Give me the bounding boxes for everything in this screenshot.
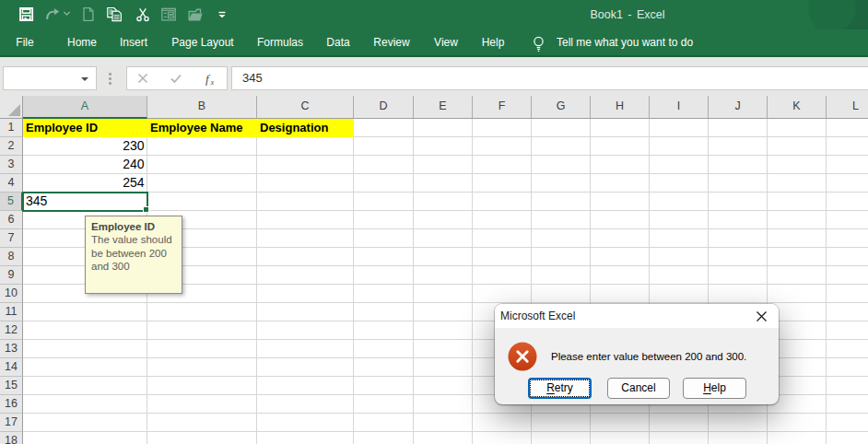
cell-A18[interactable]	[23, 432, 147, 444]
column-header-I[interactable]: I	[650, 96, 709, 119]
tab-page-layout[interactable]: Page Layout	[171, 29, 233, 55]
cell-D4[interactable]	[354, 174, 414, 193]
cell-G6[interactable]	[532, 211, 591, 229]
cell-A12[interactable]	[23, 321, 147, 340]
tab-help[interactable]: Help	[482, 29, 505, 55]
cell-D12[interactable]	[354, 321, 414, 340]
cell-G8[interactable]	[532, 248, 591, 266]
cell-I5[interactable]	[650, 193, 709, 211]
row-header-16[interactable]: 16	[0, 395, 23, 414]
cell-J2[interactable]	[709, 137, 768, 156]
cell-L13[interactable]	[827, 340, 868, 358]
cell-D8[interactable]	[354, 248, 414, 266]
cell-K7[interactable]	[768, 229, 827, 248]
column-header-D[interactable]: D	[354, 96, 414, 119]
select-all-button[interactable]	[0, 96, 23, 119]
cell-D5[interactable]	[354, 193, 414, 211]
cell-K6[interactable]	[768, 211, 827, 229]
fill-handle[interactable]	[143, 206, 149, 213]
cell-G3[interactable]	[532, 156, 591, 174]
cell-H18[interactable]	[591, 432, 650, 444]
cell-G17[interactable]	[532, 414, 591, 432]
cell-C11[interactable]	[257, 303, 354, 321]
row-header-8[interactable]: 8	[0, 248, 23, 266]
cell-A17[interactable]	[23, 414, 147, 432]
cell-B3[interactable]	[147, 156, 257, 174]
cell-E12[interactable]	[414, 321, 473, 340]
cell-L17[interactable]	[827, 414, 868, 432]
save-icon[interactable]	[19, 7, 34, 22]
cell-B1[interactable]: Employee Name	[147, 119, 257, 137]
row-header-7[interactable]: 7	[0, 229, 23, 248]
enter-entry-icon[interactable]	[164, 67, 188, 89]
row-header-2[interactable]: 2	[0, 137, 23, 156]
cell-A1[interactable]: Employee ID	[23, 119, 147, 137]
cell-C6[interactable]	[257, 211, 354, 229]
cancel-button[interactable]: Cancel	[607, 378, 670, 399]
cell-E13[interactable]	[414, 340, 473, 358]
cell-G18[interactable]	[532, 432, 591, 444]
cell-I17[interactable]	[650, 414, 709, 432]
tab-insert[interactable]: Insert	[120, 29, 147, 55]
cell-H9[interactable]	[591, 266, 650, 285]
cell-C4[interactable]	[257, 174, 354, 193]
cell-D9[interactable]	[354, 266, 414, 285]
cell-D2[interactable]	[354, 137, 414, 156]
tab-home[interactable]: Home	[67, 29, 97, 55]
cell-B15[interactable]	[147, 377, 257, 395]
cell-C16[interactable]	[257, 395, 354, 414]
cell-J1[interactable]	[709, 119, 768, 137]
cell-I1[interactable]	[650, 119, 709, 137]
tab-view[interactable]: View	[434, 29, 458, 55]
retry-button[interactable]: Retry	[528, 378, 592, 399]
cell-B12[interactable]	[147, 321, 257, 340]
cell-H8[interactable]	[591, 248, 650, 266]
tab-file[interactable]: File	[16, 29, 33, 55]
cell-L16[interactable]	[827, 395, 868, 414]
cell-C10[interactable]	[257, 285, 354, 303]
cell-C1[interactable]: Designation	[257, 119, 354, 137]
cell-A11[interactable]	[23, 303, 147, 321]
row-header-10[interactable]: 10	[0, 285, 23, 303]
cell-K17[interactable]	[768, 414, 827, 432]
cell-J9[interactable]	[709, 266, 768, 285]
row-header-3[interactable]: 3	[0, 156, 23, 174]
cell-K18[interactable]	[768, 432, 827, 444]
cell-C13[interactable]	[257, 340, 354, 358]
copy-icon[interactable]	[107, 7, 122, 22]
row-header-5[interactable]: 5	[0, 193, 23, 211]
row-header-1[interactable]: 1	[0, 119, 23, 137]
cell-J3[interactable]	[709, 156, 768, 174]
cell-L15[interactable]	[827, 377, 868, 395]
cell-L5[interactable]	[827, 193, 868, 211]
cell-I18[interactable]	[650, 432, 709, 444]
cell-C5[interactable]	[257, 193, 354, 211]
cell-G10[interactable]	[532, 285, 591, 303]
column-header-A[interactable]: A	[23, 96, 147, 119]
cell-G5[interactable]	[532, 193, 591, 211]
cell-G9[interactable]	[532, 266, 591, 285]
cell-F6[interactable]	[473, 211, 532, 229]
cell-G2[interactable]	[532, 137, 591, 156]
cell-E3[interactable]	[414, 156, 473, 174]
cell-J6[interactable]	[709, 211, 768, 229]
name-box-dropdown-icon[interactable]	[81, 77, 88, 81]
cell-F2[interactable]	[473, 137, 532, 156]
cell-C9[interactable]	[257, 266, 354, 285]
cell-L1[interactable]	[827, 119, 868, 137]
cell-B17[interactable]	[147, 414, 257, 432]
column-header-L[interactable]: L	[827, 96, 868, 119]
cell-B2[interactable]	[147, 137, 257, 156]
cell-L12[interactable]	[827, 321, 868, 340]
help-button[interactable]: Help	[683, 378, 746, 399]
cell-L6[interactable]	[827, 211, 868, 229]
cell-I3[interactable]	[650, 156, 709, 174]
cell-L7[interactable]	[827, 229, 868, 248]
cell-E10[interactable]	[414, 285, 473, 303]
dialog-close-icon[interactable]	[754, 309, 769, 324]
tab-formulas[interactable]: Formulas	[257, 29, 303, 55]
cell-I7[interactable]	[650, 229, 709, 248]
cell-D14[interactable]	[354, 358, 414, 377]
cell-D17[interactable]	[354, 414, 414, 432]
cell-C15[interactable]	[257, 377, 354, 395]
